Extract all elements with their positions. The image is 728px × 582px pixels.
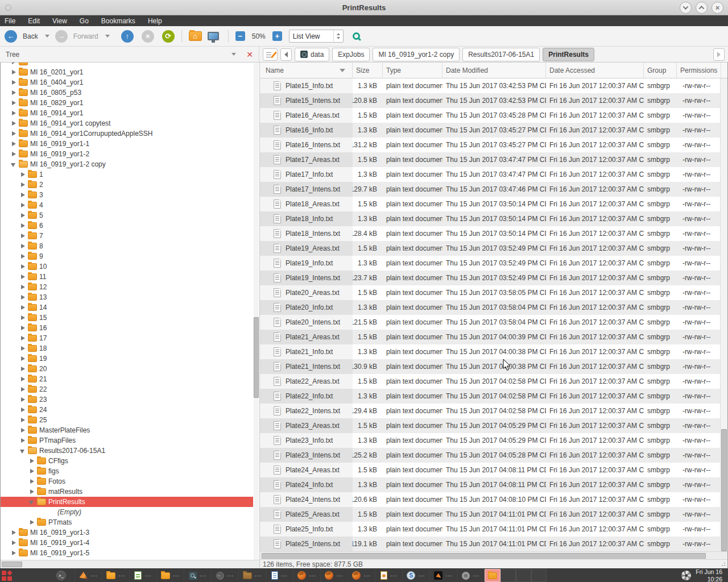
- table-row[interactable]: Plate16_Intens.txt131.2 kBplain text doc…: [260, 138, 727, 152]
- taskbar-window-button[interactable]: ...: [348, 569, 375, 582]
- tree-item[interactable]: Results2017-06-15A1: [1, 446, 259, 456]
- expander-icon[interactable]: [11, 130, 16, 137]
- table-row[interactable]: Plate19_Areas.txt1.5 kBplain text docume…: [260, 241, 727, 256]
- tree-item[interactable]: 14: [1, 302, 259, 313]
- table-row[interactable]: Plate18_Intens.txt128.4 kBplain text doc…: [260, 226, 727, 241]
- expander-icon[interactable]: [11, 161, 16, 168]
- tree-item[interactable]: MI 16_0919_yor1-2 copy: [1, 159, 259, 169]
- tree-item[interactable]: MI 16_0919_yor1-4: [1, 538, 259, 548]
- expander-icon[interactable]: [20, 294, 26, 301]
- expander-icon[interactable]: [20, 273, 26, 280]
- zoom-in-button[interactable]: +: [272, 31, 282, 41]
- crumb-scroll-left-button[interactable]: [280, 48, 292, 61]
- forward-button[interactable]: Forward: [73, 32, 98, 40]
- expander-icon[interactable]: [11, 79, 16, 86]
- tree-item[interactable]: 19: [1, 354, 259, 364]
- forward-dropdown-icon[interactable]: [105, 35, 110, 38]
- minimize-button[interactable]: [680, 2, 692, 14]
- expander-icon[interactable]: [20, 192, 26, 198]
- table-row[interactable]: Plate20_Info.txt1.3 kBplain text documen…: [260, 300, 727, 315]
- breadcrumb-data[interactable]: data: [295, 48, 329, 61]
- tree-item[interactable]: matResults: [1, 487, 259, 497]
- expander-icon[interactable]: [11, 110, 16, 117]
- taskbar-window-button[interactable]: ...: [239, 569, 266, 582]
- breadcrumb-MI 16_0919_yor1-2 copy[interactable]: MI 16_0919_yor1-2 copy: [373, 48, 460, 61]
- search-icon[interactable]: [353, 32, 360, 40]
- column-header-name[interactable]: Name: [260, 63, 353, 78]
- expander-icon[interactable]: [20, 376, 26, 383]
- expander-icon[interactable]: [20, 365, 26, 372]
- tree-item[interactable]: PrintResults: [1, 497, 253, 507]
- menu-item-go[interactable]: Go: [80, 17, 89, 25]
- tree-item[interactable]: MI 16_0404_yor1: [1, 77, 259, 88]
- table-row[interactable]: Plate17_Intens.txt129.7 kBplain text doc…: [260, 182, 727, 197]
- expander-icon[interactable]: [29, 519, 35, 526]
- list-horizontal-scrollbar[interactable]: [260, 551, 727, 559]
- tree-item[interactable]: 22: [1, 384, 259, 394]
- tree-item[interactable]: 15: [1, 313, 259, 323]
- table-row[interactable]: Plate24_Info.txt1.3 kBplain text documen…: [260, 477, 727, 492]
- maximize-button[interactable]: [696, 2, 708, 14]
- tree-item[interactable]: 5: [1, 210, 259, 221]
- taskbar-empty-slot[interactable]: [516, 569, 531, 582]
- tree-item[interactable]: MI 16_0914_yor1CorrupuptedAppleSSH: [1, 128, 259, 139]
- tree-item[interactable]: 9: [1, 251, 259, 261]
- menu-item-help[interactable]: Help: [148, 17, 162, 25]
- tree-item[interactable]: 12: [1, 282, 259, 292]
- tree-item[interactable]: 13: [1, 292, 259, 302]
- expander-icon[interactable]: [11, 151, 16, 157]
- taskbar-window-button[interactable]: ...: [293, 569, 321, 582]
- pinwheel-tray-icon[interactable]: [681, 571, 691, 580]
- taskbar-empty-slot[interactable]: [531, 569, 547, 582]
- table-row[interactable]: Plate24_Areas.txt1.5 kBplain text docume…: [260, 463, 727, 477]
- expander-icon[interactable]: [20, 314, 26, 321]
- forward-icon[interactable]: →: [55, 30, 68, 43]
- expander-icon[interactable]: [11, 120, 16, 127]
- tree-item[interactable]: 2: [1, 180, 259, 190]
- list-vertical-scrollbar[interactable]: [720, 78, 727, 551]
- table-row[interactable]: Plate22_Info.txt1.3 kBplain text documen…: [260, 389, 727, 404]
- breadcrumb-Results2017-06-15A1[interactable]: Results2017-06-15A1: [462, 48, 540, 61]
- expander-icon[interactable]: [20, 232, 26, 239]
- tree-item[interactable]: MI 16_0805_p53: [1, 88, 259, 98]
- tree-item[interactable]: 10: [1, 261, 259, 272]
- table-row[interactable]: Plate22_Intens.txt129.4 kBplain text doc…: [260, 404, 727, 418]
- column-header-size[interactable]: Size: [353, 63, 383, 78]
- expander-icon[interactable]: [20, 202, 26, 209]
- taskbar-window-button[interactable]: ...: [266, 569, 293, 582]
- expander-icon[interactable]: [29, 498, 35, 505]
- crumb-scroll-right-button[interactable]: [713, 48, 725, 61]
- expander-icon[interactable]: [11, 99, 16, 106]
- table-row[interactable]: Plate20_Intens.txt121.5 kBplain text doc…: [260, 315, 727, 330]
- tree-item[interactable]: MI 16_0919_yor1-3: [1, 527, 259, 538]
- expander-icon[interactable]: [20, 171, 26, 178]
- tree-item[interactable]: MasterPlateFiles: [1, 425, 259, 435]
- back-button[interactable]: Back: [23, 32, 38, 40]
- expander-icon[interactable]: [20, 304, 26, 311]
- expander-icon[interactable]: [20, 335, 26, 342]
- tree-item[interactable]: MI 16_0919_yor1-1: [1, 139, 259, 149]
- edit-path-toggle-button[interactable]: [263, 48, 278, 61]
- expander-icon[interactable]: [20, 181, 26, 188]
- expander-icon[interactable]: [20, 212, 26, 219]
- table-row[interactable]: Plate24_Intens.txt120.6 kBplain text doc…: [260, 492, 727, 507]
- table-row[interactable]: Plate19_Intens.txt123.7 kBplain text doc…: [260, 271, 727, 285]
- expander-icon[interactable]: [20, 447, 26, 454]
- table-row[interactable]: Plate21_Areas.txt1.5 kBplain text docume…: [260, 330, 727, 344]
- tree-horizontal-scrollbar-thumb[interactable]: [2, 562, 22, 567]
- side-pane-dropdown-icon[interactable]: [231, 53, 236, 56]
- refresh-button[interactable]: ⟳: [162, 30, 175, 43]
- tree-item[interactable]: figs: [1, 466, 259, 476]
- column-header-date-modified[interactable]: Date Modified: [442, 63, 546, 78]
- expander-icon[interactable]: [29, 478, 35, 485]
- tree-vertical-scrollbar[interactable]: [254, 63, 259, 560]
- table-row[interactable]: Plate17_Info.txt1.3 kBplain text documen…: [260, 167, 727, 182]
- taskbar-active-window-button[interactable]: [485, 569, 500, 582]
- table-row[interactable]: Plate21_Info.txt1.3 kBplain text documen…: [260, 344, 727, 359]
- tree-item[interactable]: 1: [1, 169, 259, 180]
- close-button[interactable]: ×: [712, 2, 723, 14]
- tree-item[interactable]: 20: [1, 364, 259, 374]
- tree-item[interactable]: MI 16_0919_yor1-2: [1, 149, 259, 159]
- computer-button[interactable]: [208, 32, 219, 40]
- column-header-type[interactable]: Type: [383, 63, 442, 78]
